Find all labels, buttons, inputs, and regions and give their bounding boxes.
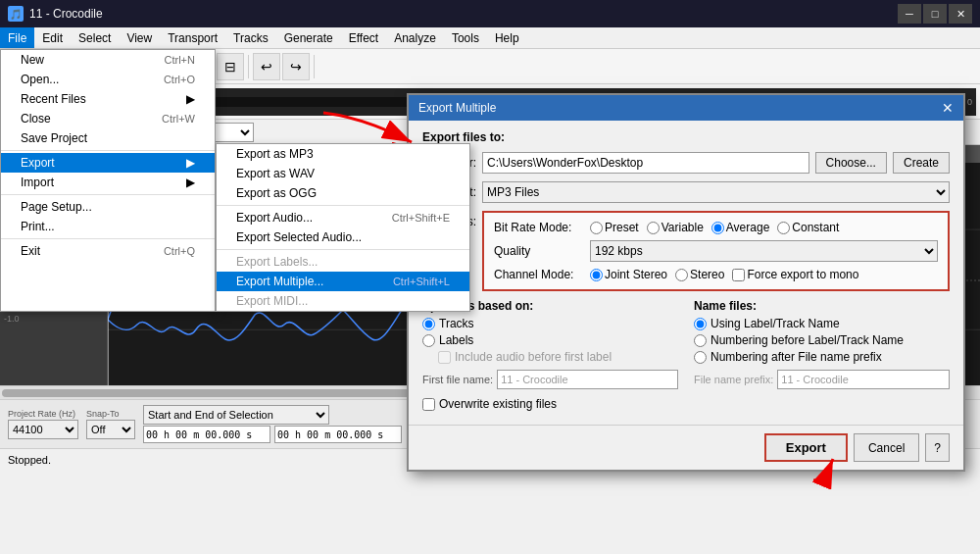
menu-view[interactable]: View — [119, 27, 160, 48]
bitrate-variable[interactable]: Variable — [647, 221, 704, 234]
menu-bar: File Edit Select View Transport Tracks G… — [0, 27, 980, 49]
app-icon: 🎵 — [8, 6, 24, 22]
bitrate-preset-radio[interactable] — [590, 222, 603, 234]
include-audio-checkbox[interactable] — [438, 351, 451, 364]
menu-close[interactable]: CloseCtrl+W — [1, 109, 215, 128]
split-labels-label: Labels — [439, 333, 473, 347]
split-labels-option: Labels — [422, 333, 678, 347]
menu-tools[interactable]: Tools — [444, 27, 487, 48]
quality-select[interactable]: 192 kbps — [590, 240, 938, 262]
selection-mode-group: Start and End of Selection — [143, 405, 402, 443]
menu-open[interactable]: Open...Ctrl+O — [1, 70, 215, 89]
export-ogg[interactable]: Export as OGG — [217, 183, 469, 203]
channel-joint-stereo[interactable]: Joint Stereo — [590, 268, 667, 281]
folder-input[interactable] — [482, 152, 809, 174]
format-row: Format: MP3 Files — [422, 181, 950, 203]
format-select[interactable]: MP3 Files — [482, 181, 950, 203]
force-mono-checkbox[interactable] — [732, 269, 745, 281]
export-midi: Export MIDI... — [217, 291, 469, 311]
menu-export[interactable]: Export▶ — [1, 153, 215, 173]
menu-file[interactable]: File — [0, 27, 34, 48]
force-mono[interactable]: Force export to mono — [732, 268, 858, 281]
options-box: Bit Rate Mode: Preset Variable Average C… — [482, 211, 950, 291]
bitrate-row: Bit Rate Mode: Preset Variable Average C… — [494, 221, 938, 234]
channel-stereo-radio[interactable] — [675, 269, 688, 281]
create-button[interactable]: Create — [893, 152, 950, 174]
name-numbering-after: Numbering after File name prefix — [694, 350, 950, 364]
menu-tracks[interactable]: Tracks — [225, 27, 276, 48]
menu-analyze[interactable]: Analyze — [386, 27, 444, 48]
bitrate-average-radio[interactable] — [711, 222, 724, 234]
export-wav[interactable]: Export as WAV — [217, 164, 469, 183]
export-sep-1 — [217, 205, 469, 206]
choose-button[interactable]: Choose... — [815, 152, 887, 174]
menu-sep-2 — [1, 194, 215, 195]
window-title: 11 - Crocodile — [29, 7, 103, 21]
menu-select[interactable]: Select — [71, 27, 119, 48]
minimize-button[interactable]: ─ — [898, 4, 921, 24]
name-numbering-before-radio[interactable] — [694, 334, 707, 347]
export-selected-audio[interactable]: Export Selected Audio... — [217, 227, 469, 247]
time-field-2[interactable] — [274, 426, 402, 443]
dialog-footer: Export Cancel ? — [409, 425, 963, 470]
help-button[interactable]: ? — [925, 433, 950, 462]
bitrate-variable-radio[interactable] — [647, 222, 660, 234]
maximize-button[interactable]: □ — [923, 4, 947, 24]
snap-to-select[interactable]: Off — [86, 420, 135, 439]
split-tracks-radio[interactable] — [422, 318, 435, 330]
bitrate-average[interactable]: Average — [711, 221, 769, 234]
export-files-to-label: Export files to: — [422, 130, 950, 144]
export-mp3[interactable]: Export as MP3 — [217, 144, 469, 164]
menu-edit[interactable]: Edit — [34, 27, 71, 48]
dialog-close-btn[interactable]: ✕ — [942, 100, 954, 116]
bitrate-preset[interactable]: Preset — [590, 221, 639, 234]
menu-help[interactable]: Help — [487, 27, 527, 48]
menu-generate[interactable]: Generate — [276, 27, 341, 48]
overwrite-checkbox[interactable] — [422, 398, 435, 411]
split-files-col: Split files based on: Tracks Labels Incl… — [422, 299, 678, 389]
menu-print[interactable]: Print... — [1, 217, 215, 236]
menu-page-setup[interactable]: Page Setup... — [1, 197, 215, 217]
selection-mode-select[interactable]: Start and End of Selection — [143, 405, 329, 425]
overwrite-row: Overwrite existing files — [422, 397, 950, 411]
time-field-1[interactable] — [143, 426, 270, 443]
snap-to-group: Snap-To Off — [86, 409, 135, 439]
menu-new[interactable]: NewCtrl+N — [1, 50, 215, 70]
menu-sep-3 — [1, 238, 215, 239]
channel-stereo[interactable]: Stereo — [675, 268, 724, 281]
menu-save-project[interactable]: Save Project — [1, 128, 215, 148]
menu-effect[interactable]: Effect — [341, 27, 386, 48]
dialog-title-bar: Export Multiple ✕ — [409, 95, 963, 121]
export-multiple[interactable]: Export Multiple...Ctrl+Shift+L — [217, 272, 469, 291]
file-menu-dropdown: NewCtrl+N Open...Ctrl+O Recent Files▶ Cl… — [0, 49, 470, 312]
name-numbering-after-label: Numbering after File name prefix — [710, 350, 882, 364]
cancel-button[interactable]: Cancel — [854, 433, 919, 462]
split-tracks-option: Tracks — [422, 317, 678, 330]
options-row-outer: Options: Bit Rate Mode: Preset Variable … — [422, 211, 950, 291]
name-files-col: Name files: Using Label/Track Name Numbe… — [694, 299, 950, 389]
export-labels: Export Labels... — [217, 252, 469, 272]
bitrate-constant-radio[interactable] — [777, 222, 790, 234]
menu-import[interactable]: Import▶ — [1, 173, 215, 192]
name-numbering-after-radio[interactable] — [694, 351, 707, 364]
name-label-track-radio[interactable] — [694, 318, 707, 330]
split-labels-radio[interactable] — [422, 334, 435, 347]
menu-transport[interactable]: Transport — [160, 27, 225, 48]
export-button[interactable]: Export — [764, 433, 848, 462]
export-audio[interactable]: Export Audio...Ctrl+Shift+E — [217, 208, 469, 227]
project-rate-select[interactable]: 44100 — [8, 420, 78, 439]
close-button[interactable]: ✕ — [949, 4, 972, 24]
export-sep-2 — [217, 249, 469, 250]
channel-joint-stereo-radio[interactable] — [590, 269, 603, 281]
export-multiple-dialog: Export Multiple ✕ Export files to: Folde… — [407, 93, 965, 472]
first-file-label: First file name: — [422, 374, 493, 385]
name-files-title: Name files: — [694, 299, 950, 313]
title-bar: 🎵 11 - Crocodile ─ □ ✕ — [0, 0, 980, 27]
bitrate-constant[interactable]: Constant — [777, 221, 839, 234]
file-prefix-input — [777, 370, 950, 389]
menu-recent-files[interactable]: Recent Files▶ — [1, 89, 215, 109]
menu-sep-1 — [1, 150, 215, 151]
project-rate-group: Project Rate (Hz) 44100 — [8, 409, 78, 439]
overwrite-label: Overwrite existing files — [439, 397, 557, 411]
menu-exit[interactable]: ExitCtrl+Q — [1, 241, 215, 261]
